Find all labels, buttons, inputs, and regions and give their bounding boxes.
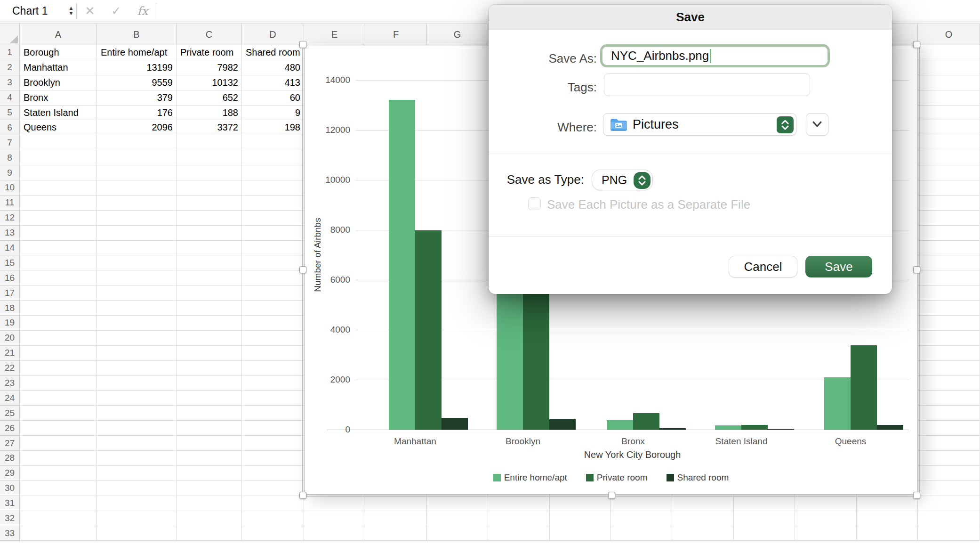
confirm-entry-icon[interactable]: ✓ <box>103 4 129 18</box>
cell-D3[interactable]: 413 <box>242 75 304 90</box>
select-all-corner[interactable] <box>0 24 20 45</box>
cell-D4[interactable]: 60 <box>242 90 304 106</box>
cell-J33[interactable] <box>611 526 672 541</box>
cell-D7[interactable] <box>242 135 304 150</box>
cell-B9[interactable] <box>97 165 177 180</box>
cell-C2[interactable]: 7982 <box>177 60 242 75</box>
cell-A27[interactable] <box>20 436 97 451</box>
cell-O14[interactable] <box>918 241 980 256</box>
row-header-22[interactable]: 22 <box>0 361 20 376</box>
cell-C14[interactable] <box>177 241 242 256</box>
cell-D26[interactable] <box>242 421 304 436</box>
cell-B28[interactable] <box>97 451 177 466</box>
cell-C31[interactable] <box>177 496 242 511</box>
cell-A14[interactable] <box>20 241 97 256</box>
cell-A33[interactable] <box>20 526 97 541</box>
cell-D5[interactable]: 9 <box>242 106 304 121</box>
cell-J32[interactable] <box>611 511 672 526</box>
cell-A10[interactable] <box>20 180 97 196</box>
row-header-4[interactable]: 4 <box>0 90 20 106</box>
cell-A23[interactable] <box>20 376 97 391</box>
row-header-3[interactable]: 3 <box>0 75 20 90</box>
cell-A20[interactable] <box>20 331 97 346</box>
cell-D14[interactable] <box>242 241 304 256</box>
cell-A1[interactable]: Borough <box>20 45 97 60</box>
column-header-E[interactable]: E <box>304 24 365 45</box>
cell-O22[interactable] <box>918 361 980 376</box>
row-header-30[interactable]: 30 <box>0 481 20 496</box>
cell-I33[interactable] <box>550 526 611 541</box>
file-type-dropdown[interactable]: PNG <box>592 170 653 190</box>
cell-B27[interactable] <box>97 436 177 451</box>
row-header-31[interactable]: 31 <box>0 496 20 511</box>
cell-G33[interactable] <box>427 526 488 541</box>
row-header-15[interactable]: 15 <box>0 255 20 270</box>
cell-D22[interactable] <box>242 361 304 376</box>
cell-D6[interactable]: 198 <box>242 120 304 135</box>
cell-A3[interactable]: Brooklyn <box>20 75 97 90</box>
cell-C28[interactable] <box>177 451 242 466</box>
cell-C5[interactable]: 188 <box>177 106 242 121</box>
cell-B23[interactable] <box>97 376 177 391</box>
cell-D8[interactable] <box>242 150 304 165</box>
row-header-2[interactable]: 2 <box>0 60 20 75</box>
row-header-17[interactable]: 17 <box>0 285 20 301</box>
cell-D10[interactable] <box>242 180 304 196</box>
cell-O7[interactable] <box>918 135 980 150</box>
cell-C23[interactable] <box>177 376 242 391</box>
cell-A31[interactable] <box>20 496 97 511</box>
cell-C29[interactable] <box>177 466 242 481</box>
cell-I31[interactable] <box>550 496 611 511</box>
cell-M33[interactable] <box>795 526 856 541</box>
column-header-O[interactable]: O <box>918 24 980 45</box>
cell-A4[interactable]: Bronx <box>20 90 97 106</box>
cell-O5[interactable] <box>918 106 980 121</box>
column-header-C[interactable]: C <box>177 24 242 45</box>
cell-B18[interactable] <box>97 301 177 316</box>
cell-B14[interactable] <box>97 241 177 256</box>
column-header-F[interactable]: F <box>365 24 426 45</box>
cell-A17[interactable] <box>20 285 97 301</box>
chart-selection-handle-2[interactable] <box>913 41 920 48</box>
cell-D27[interactable] <box>242 436 304 451</box>
cell-C11[interactable] <box>177 196 242 211</box>
cell-K31[interactable] <box>672 496 733 511</box>
cell-D1[interactable]: Shared room <box>242 45 304 60</box>
row-header-24[interactable]: 24 <box>0 391 20 406</box>
cell-O13[interactable] <box>918 226 980 241</box>
chart-selection-handle-6[interactable] <box>608 492 615 499</box>
cell-D21[interactable] <box>242 346 304 361</box>
cell-F31[interactable] <box>365 496 426 511</box>
cell-D31[interactable] <box>242 496 304 511</box>
cell-O31[interactable] <box>918 496 980 511</box>
cell-C16[interactable] <box>177 270 242 285</box>
cell-D17[interactable] <box>242 285 304 301</box>
cell-M32[interactable] <box>795 511 856 526</box>
separate-file-checkbox[interactable] <box>528 197 541 210</box>
filename-input[interactable]: NYC_Airbnbs.png <box>600 44 830 67</box>
row-header-18[interactable]: 18 <box>0 301 20 316</box>
row-header-11[interactable]: 11 <box>0 196 20 211</box>
cell-O11[interactable] <box>918 196 980 211</box>
cell-B13[interactable] <box>97 226 177 241</box>
chart-selection-handle-5[interactable] <box>299 492 306 499</box>
cell-A29[interactable] <box>20 466 97 481</box>
cell-E31[interactable] <box>304 496 365 511</box>
cell-K32[interactable] <box>672 511 733 526</box>
cell-D29[interactable] <box>242 466 304 481</box>
cell-C25[interactable] <box>177 406 242 421</box>
cell-B31[interactable] <box>97 496 177 511</box>
row-header-5[interactable]: 5 <box>0 106 20 121</box>
cell-O30[interactable] <box>918 481 980 496</box>
cell-O15[interactable] <box>918 255 980 270</box>
cell-A21[interactable] <box>20 346 97 361</box>
where-dropdown[interactable]: Pictures <box>603 113 796 136</box>
cell-C18[interactable] <box>177 301 242 316</box>
cell-O8[interactable] <box>918 150 980 165</box>
cell-D32[interactable] <box>242 511 304 526</box>
cell-I32[interactable] <box>550 511 611 526</box>
cell-A5[interactable]: Staten Island <box>20 106 97 121</box>
cell-D15[interactable] <box>242 255 304 270</box>
cell-H31[interactable] <box>488 496 549 511</box>
row-header-23[interactable]: 23 <box>0 376 20 391</box>
